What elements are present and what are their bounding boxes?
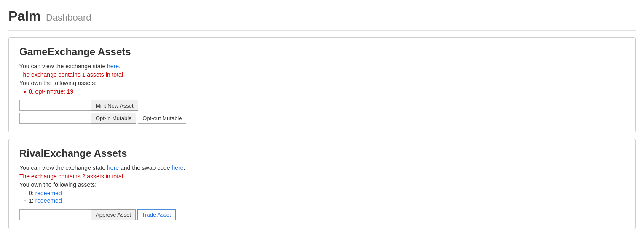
- asset-item-label: 0: redeemed: [29, 190, 62, 196]
- optout-mutable-button[interactable]: Opt-out Mutable: [138, 113, 186, 124]
- rival-exchange-swap-link[interactable]: here: [172, 164, 183, 171]
- bullet-icon: ○: [24, 199, 26, 203]
- rival-exchange-view-state-text: You can view the exchange state here and…: [19, 164, 625, 171]
- optin-input[interactable]: [19, 113, 91, 124]
- game-exchange-section: GameExchange Assets You can view the exc…: [8, 37, 636, 132]
- list-item: ● 0, opt-in=true: 19: [24, 88, 625, 95]
- asset-item-label: 1: redeemed: [29, 197, 62, 204]
- asset-item-label: 0, opt-in=true: 19: [29, 88, 73, 95]
- game-exchange-total: The exchange contains 1 assets in total: [19, 71, 625, 78]
- page-title-dashboard: Dashboard: [46, 12, 91, 23]
- mint-control-line: Mint New Asset: [19, 100, 625, 111]
- game-exchange-title: GameExchange Assets: [19, 46, 625, 58]
- game-exchange-assets-list: ● 0, opt-in=true: 19: [19, 88, 625, 95]
- mint-input[interactable]: [19, 100, 91, 111]
- optin-mutable-button[interactable]: Opt-in Mutable: [91, 113, 136, 124]
- game-exchange-owned-label: You own the following assets:: [19, 80, 625, 86]
- list-item: ○ 0: redeemed: [24, 190, 625, 196]
- game-exchange-controls: Mint New Asset Opt-in Mutable Opt-out Mu…: [19, 100, 625, 124]
- asset-1-redeemed-link[interactable]: redeemed: [35, 197, 62, 204]
- optin-control-line: Opt-in Mutable Opt-out Mutable: [19, 113, 625, 124]
- game-exchange-state-link[interactable]: here: [107, 63, 119, 70]
- approve-asset-button[interactable]: Approve Asset: [91, 209, 136, 220]
- list-item: ○ 1: redeemed: [24, 197, 625, 204]
- page-header: Palm Dashboard: [8, 4, 636, 31]
- bullet-icon: ●: [24, 89, 26, 94]
- trade-asset-button[interactable]: Trade Asset: [137, 209, 176, 220]
- approve-control-line: Approve Asset Trade Asset: [19, 209, 625, 220]
- rival-exchange-owned-label: You own the following assets:: [19, 181, 625, 188]
- approve-input[interactable]: [19, 209, 91, 220]
- rival-exchange-total: The exchange contains 2 assets in total: [19, 173, 625, 180]
- rival-exchange-state-link[interactable]: here: [107, 164, 119, 171]
- rival-exchange-section: RivalExchange Assets You can view the ex…: [8, 139, 636, 229]
- page-title-palm: Palm: [8, 8, 40, 24]
- mint-new-asset-button[interactable]: Mint New Asset: [91, 100, 138, 111]
- game-exchange-view-state-text: You can view the exchange state here.: [19, 63, 625, 70]
- bullet-icon: ○: [24, 191, 26, 196]
- asset-0-redeemed-link[interactable]: redeemed: [35, 190, 62, 196]
- rival-exchange-title: RivalExchange Assets: [19, 148, 625, 159]
- rival-exchange-assets-list: ○ 0: redeemed ○ 1: redeemed: [19, 190, 625, 204]
